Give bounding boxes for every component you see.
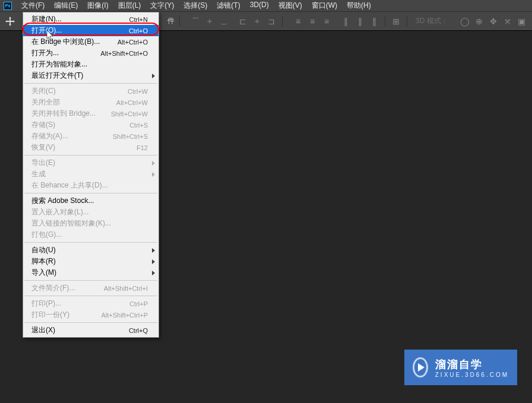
menu-item-6[interactable]: 滤镜(T)	[212, 0, 245, 12]
dist-left-icon: ‖	[340, 15, 352, 27]
menu-item-9[interactable]: 窗口(W)	[307, 0, 342, 12]
menu-entry[interactable]: 打开为智能对象...	[23, 59, 159, 70]
menu-item-3[interactable]: 图层(L)	[113, 0, 146, 12]
menu-entry-label: 存储为(A)...	[31, 131, 68, 141]
orbit-icon: ◯	[459, 15, 471, 27]
menu-separator	[24, 193, 157, 193]
align-group-2: ⊏ ＋ ⊐	[237, 15, 277, 27]
menu-entry-label: 打包(G)...	[31, 230, 62, 240]
menu-entry: 恢复(V)F12	[23, 142, 159, 153]
menu-shortcut: Ctrl+Q	[129, 327, 148, 334]
align-group: ⎴ ＋ ⎵	[189, 15, 230, 27]
mode3d-icons: ◯ ⊕ ✥ ⤧ ▣	[459, 15, 528, 27]
chevron-right-icon	[152, 248, 155, 253]
menu-entry: 文件简介(F)...Alt+Shift+Ctrl+I	[23, 283, 159, 294]
menu-entry-label: 打开为智能对象...	[31, 59, 87, 69]
menu-entry: 导出(E)	[23, 157, 159, 169]
menu-separator	[24, 242, 157, 243]
dist-hcenter-icon: ‖	[354, 15, 366, 27]
menu-entry-label: 最近打开文件(T)	[31, 71, 83, 81]
watermark-title: 溜溜自学	[435, 357, 509, 372]
menu-item-7[interactable]: 3D(D)	[245, 0, 274, 12]
menu-entry[interactable]: 脚本(R)	[23, 256, 159, 267]
menu-shortcut: Alt+Shift+Ctrl+P	[101, 312, 148, 319]
menu-entry-label: 恢复(V)	[31, 142, 55, 153]
menu-separator	[24, 280, 157, 281]
move-tool-icon[interactable]	[4, 15, 17, 28]
menu-entry[interactable]: 新建(N)...Ctrl+N	[23, 14, 159, 25]
dist-bottom-icon: ≡	[321, 15, 332, 27]
dist-vcenter-icon: ≡	[306, 15, 318, 27]
menu-separator	[24, 83, 157, 84]
menu-item-8[interactable]: 视图(V)	[274, 0, 307, 12]
menu-entry-label: 自动(U)	[31, 245, 56, 255]
menu-entry: 存储为(A)...Shift+Ctrl+S	[23, 131, 159, 142]
menu-item-1[interactable]: 编辑(E)	[49, 0, 83, 12]
menu-entry[interactable]: 最近打开文件(T)	[23, 70, 159, 81]
align-vcenter-icon: ＋	[204, 15, 216, 27]
menu-entry[interactable]: 退出(X)Ctrl+Q	[23, 325, 159, 336]
menu-entry[interactable]: 打开(O)...Ctrl+O	[23, 25, 159, 36]
pan-icon: ⊕	[473, 15, 485, 27]
opt-separator	[179, 16, 180, 27]
mode-3d-label: 3D 模式：	[416, 16, 448, 26]
menu-item-10[interactable]: 帮助(H)	[342, 0, 376, 12]
align-left-icon: ⊏	[237, 15, 249, 27]
menu-shortcut: Shift+Ctrl+W	[111, 110, 148, 118]
menu-entry[interactable]: 在 Bridge 中浏览(B)...Alt+Ctrl+O	[23, 36, 159, 47]
menu-entry-label: 打开为...	[31, 48, 59, 58]
opt-separator	[282, 16, 283, 27]
app-logo: Ps	[4, 2, 12, 10]
menu-entry[interactable]: 搜索 Adobe Stock...	[23, 195, 159, 207]
menu-shortcut: Shift+Ctrl+S	[113, 133, 148, 140]
menu-shortcut: Ctrl+S	[129, 122, 148, 129]
play-icon	[413, 357, 428, 377]
menu-shortcut: Ctrl+P	[129, 300, 148, 307]
menu-entry-label: 在 Bridge 中浏览(B)...	[31, 37, 100, 47]
align-bottom-icon: ⎵	[218, 15, 230, 27]
menu-entry-label: 关闭并转到 Bridge...	[31, 109, 96, 119]
chevron-right-icon	[152, 172, 155, 177]
align-right-icon: ⊐	[265, 15, 277, 27]
menu-shortcut: Alt+Shift+Ctrl+I	[104, 285, 148, 292]
menu-entry: 在 Behance 上共享(D)...	[23, 180, 159, 191]
align-hcenter-icon: ＋	[251, 15, 263, 27]
watermark: 溜溜自学 ZIXUE.3D66.COM	[404, 350, 517, 385]
menu-entry-label: 置入嵌入对象(L)...	[31, 207, 89, 217]
menu-item-0[interactable]: 文件(F)	[17, 0, 49, 12]
menu-item-5[interactable]: 选择(S)	[179, 0, 212, 12]
menu-entry-label: 打开(O)...	[31, 26, 62, 36]
menu-entry: 关闭并转到 Bridge...Shift+Ctrl+W	[23, 108, 159, 119]
watermark-url: ZIXUE.3D66.COM	[435, 372, 509, 378]
menu-entry-label: 关闭(C)	[31, 86, 56, 96]
menu-entry[interactable]: 打开为...Alt+Shift+Ctrl+O	[23, 47, 159, 59]
menu-shortcut: Ctrl+O	[129, 27, 148, 34]
menu-separator	[24, 155, 157, 156]
menu-entry[interactable]: 导入(M)	[23, 267, 159, 278]
menu-entry: 置入嵌入对象(L)...	[23, 207, 159, 218]
file-menu-dropdown: 新建(N)...Ctrl+N打开(O)...Ctrl+O在 Bridge 中浏览…	[23, 12, 159, 338]
menu-entry-label: 退出(X)	[31, 325, 55, 335]
menu-entry-label: 打印一份(Y)	[31, 310, 69, 320]
menu-shortcut: Alt+Ctrl+O	[118, 39, 148, 46]
auto-align-icon: ⊞	[390, 15, 402, 27]
menu-entry-label: 置入链接的智能对象(K)...	[31, 218, 111, 229]
menu-entry: 打印一份(Y)Alt+Shift+Ctrl+P	[23, 309, 159, 321]
menu-shortcut: Alt+Shift+Ctrl+O	[100, 50, 148, 57]
menu-entry-label: 文件简介(F)...	[31, 283, 75, 293]
menu-shortcut: Ctrl+W	[128, 88, 148, 95]
menu-entry[interactable]: 自动(U)	[23, 245, 159, 256]
menu-entry-label: 新建(N)...	[31, 14, 62, 24]
chevron-right-icon	[152, 74, 155, 78]
move-3d-icon: ✥	[487, 15, 499, 27]
menu-separator	[24, 322, 157, 323]
menu-item-2[interactable]: 图像(I)	[83, 0, 113, 12]
menu-entry-label: 关闭全部	[31, 97, 60, 107]
menu-entry-label: 存储(S)	[31, 120, 55, 130]
menu-entry-label: 导出(E)	[31, 158, 55, 168]
menu-shortcut: Ctrl+N	[129, 16, 148, 23]
distribute-group-2: ‖ ‖ ‖	[340, 15, 380, 27]
menu-item-4[interactable]: 文字(Y)	[145, 0, 179, 12]
scale-3d-icon: ⤧	[502, 15, 514, 27]
menu-entry: 打印(P)...Ctrl+P	[23, 298, 159, 309]
